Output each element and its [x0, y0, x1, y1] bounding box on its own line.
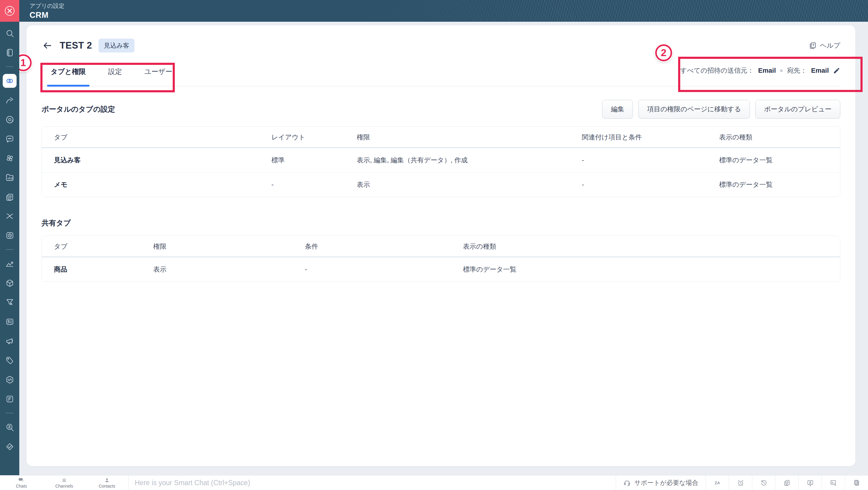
cell-layout: 標準: [265, 148, 350, 173]
headset-icon: [623, 479, 631, 487]
footer-clipboard-button[interactable]: [845, 475, 868, 490]
smart-chat-input[interactable]: [135, 479, 616, 487]
sidebar-item-documents[interactable]: [0, 187, 19, 206]
footer-notes-button[interactable]: [775, 475, 798, 490]
col-header-view-type: 表示の種類: [457, 236, 840, 257]
sidebar-item-social[interactable]: [0, 206, 19, 226]
back-button[interactable]: [41, 40, 53, 51]
notebook-icon: [5, 48, 14, 57]
help-icon: ?: [809, 41, 817, 50]
shared-tabs-section-title: 共有タブ: [41, 218, 840, 228]
footer-tab-channels[interactable]: Channels: [43, 475, 86, 490]
invitation-summary: すべての招待の送信元： Email 宛先： Email: [680, 66, 840, 86]
clock-box-icon: [5, 231, 14, 240]
footer-zia-button[interactable]: [706, 475, 729, 490]
active-item-highlight: [3, 74, 17, 88]
help-link[interactable]: ? ヘルプ: [809, 41, 840, 50]
footer-tab-label: Chats: [16, 484, 27, 489]
cell-view-type: 標準のデータ一覧: [457, 257, 840, 282]
support-button[interactable]: サポートが必要な場合: [616, 475, 706, 490]
settings-card: TEST 2 見込み客 ? ヘルプ タブと権限 設定 ユーザー すべての招待の送…: [27, 25, 855, 466]
sidebar-item-portal-active[interactable]: [0, 71, 19, 90]
tab-settings[interactable]: 設定: [107, 57, 123, 86]
terminal-play-icon: [830, 479, 837, 487]
col-header-tab: タブ: [42, 127, 265, 148]
header-app-title: CRM: [30, 10, 64, 20]
module-badge: 見込み客: [98, 39, 134, 53]
tabs: タブと権限 設定 ユーザー: [50, 57, 174, 86]
clover-icon: [5, 153, 14, 163]
close-button[interactable]: [0, 0, 19, 22]
edit-button[interactable]: 編集: [602, 100, 633, 119]
footer-history-button[interactable]: [752, 475, 775, 490]
sidebar-item-conversations[interactable]: [0, 90, 19, 110]
portal-tabs-table: タブ レイアウト 権限 関連付け項目と条件 表示の種類 見込み客 標準 表示, …: [41, 126, 840, 197]
smart-chat-bar: [128, 475, 616, 490]
table-row: メモ - 表示 - 標準のデータ一覧: [42, 173, 840, 197]
history-icon: [760, 479, 768, 487]
shared-tabs-table: タブ 権限 条件 表示の種類 商品 表示 - 標準のデータ一覧: [41, 236, 840, 282]
portal-preview-button[interactable]: ポータルのプレビュー: [755, 100, 840, 119]
invite-to-value: Email: [811, 67, 829, 75]
sidebar-item-search[interactable]: [0, 24, 19, 43]
table-row: 商品 表示 - 標準のデータ一覧: [42, 257, 840, 282]
dot-separator: [780, 69, 783, 72]
cell-lookup: -: [576, 148, 713, 173]
cell-layout: -: [265, 173, 350, 197]
sidebar-item-products[interactable]: [0, 273, 19, 293]
search-icon: [5, 29, 14, 38]
sidebar-item-zia-search[interactable]: [0, 417, 19, 437]
header-meta: アプリの設定 CRM: [30, 2, 64, 20]
megaphone-icon: [5, 337, 14, 346]
top-header-bar: アプリの設定 CRM: [0, 0, 868, 22]
sidebar-item-forms[interactable]: [0, 389, 19, 408]
col-header-layout: レイアウト: [265, 127, 350, 148]
footer-tab-label: Channels: [55, 484, 73, 489]
sidebar-item-tasks[interactable]: [0, 437, 19, 456]
target-at-icon: [5, 115, 14, 124]
title-row: TEST 2 見込み客 ? ヘルプ: [41, 25, 840, 53]
sidebar-item-activities[interactable]: [0, 226, 19, 245]
sidebar-divider: [6, 249, 13, 250]
portal-tabs-section-header: ポータルのタブの設定 編集 項目の権限のページに移動する ポータルのプレビュー: [41, 100, 840, 119]
sidebar-item-tags[interactable]: [0, 351, 19, 370]
bottom-bar: Chats Channels Contacts サポートが必要な場合: [0, 475, 868, 490]
tab-users[interactable]: ユーザー: [143, 57, 174, 86]
edit-invitation-button[interactable]: [833, 67, 840, 74]
sidebar-item-funnel[interactable]: [0, 293, 19, 312]
cell-tab: 商品: [42, 257, 147, 282]
sidebar-item-reports[interactable]: [0, 168, 19, 187]
table-row: 見込み客 標準 表示, 編集, 編集（共有データ）, 作成 - 標準のデータ一覧: [42, 148, 840, 173]
cell-view-type: 標準のデータ一覧: [713, 148, 840, 173]
alarm-clock-icon: [737, 479, 744, 487]
sidebar-item-target[interactable]: [0, 110, 19, 129]
footer-reminder-button[interactable]: [729, 475, 752, 490]
sidebar-item-notebook[interactable]: [0, 43, 19, 62]
sidebar-item-integrations[interactable]: [0, 148, 19, 168]
invite-from-value: Email: [758, 67, 776, 75]
check-tag-icon: [5, 442, 14, 451]
footer-id-card-button[interactable]: [798, 475, 822, 490]
goto-field-permissions-button[interactable]: 項目の権限のページに移動する: [638, 100, 750, 119]
cell-criteria: -: [299, 257, 457, 282]
sidebar-divider: [6, 66, 13, 67]
sidebar-item-campaigns[interactable]: [0, 331, 19, 351]
footer-command-button[interactable]: [822, 475, 845, 490]
folder-chart-icon: [5, 173, 14, 182]
sidebar-item-analytics[interactable]: [0, 254, 19, 273]
sidebar-item-id-card[interactable]: [0, 312, 19, 331]
col-header-permissions: 権限: [351, 127, 576, 148]
hexagon-code-icon: [5, 375, 14, 384]
cell-tab: メモ: [42, 173, 265, 197]
footer-tab-chats[interactable]: Chats: [0, 475, 43, 490]
zia-icon: [714, 479, 721, 487]
tab-tabs-and-permissions[interactable]: タブと権限: [50, 57, 87, 86]
portal-links-icon: [5, 76, 14, 85]
help-label: ヘルプ: [820, 41, 840, 50]
sidebar-item-chat[interactable]: [0, 129, 19, 148]
sidebar-item-developer[interactable]: [0, 370, 19, 389]
footer-tab-contacts[interactable]: Contacts: [86, 475, 128, 490]
app-window: アプリの設定 CRM: [0, 0, 868, 490]
table-header-row: タブ レイアウト 権限 関連付け項目と条件 表示の種類: [42, 127, 840, 148]
funnel-icon: [5, 298, 14, 307]
